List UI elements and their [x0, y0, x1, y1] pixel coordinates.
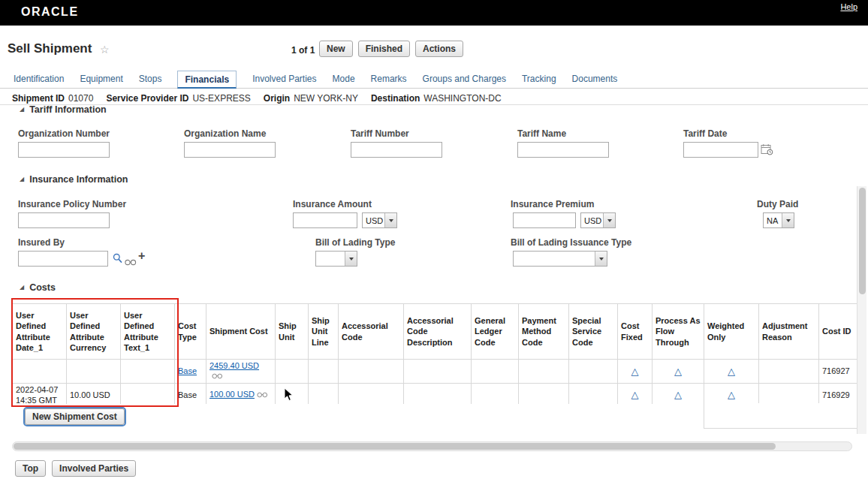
chevron-down-icon	[595, 252, 607, 266]
cell-uda-text	[121, 360, 175, 384]
top-button[interactable]: Top	[15, 460, 46, 477]
involved-parties-button[interactable]: Involved Parties	[52, 460, 136, 477]
shipment-cost-link[interactable]: 2459.40 USD	[209, 361, 259, 370]
tab-stops[interactable]: Stops	[139, 74, 162, 89]
cell-accessorial-code	[339, 384, 404, 404]
cell-uda-text	[121, 384, 175, 404]
cell-uda-currency: 10.00 USD	[67, 384, 121, 404]
cell-uda-date: 2022-04-07 14:35 GMT	[13, 384, 67, 404]
bol-type-select[interactable]	[315, 251, 357, 267]
chevron-down-icon	[384, 213, 396, 227]
tab-remarks[interactable]: Remarks	[371, 74, 407, 89]
tariff-date-input[interactable]	[683, 142, 758, 158]
cell-payment-method	[519, 384, 569, 404]
cell-cost-type: Base	[175, 360, 206, 384]
insurance-policy-number-label: Insurance Policy Number	[18, 199, 126, 209]
flag-triangle-icon: △	[674, 389, 682, 400]
selected-duty-paid: NA	[764, 216, 782, 225]
costs-section-header: ◢ Costs	[20, 282, 56, 293]
tab-tracking[interactable]: Tracking	[522, 74, 556, 89]
flag-triangle-icon: △	[631, 366, 639, 377]
insurance-amount-label: Insurance Amount	[293, 199, 372, 209]
tab-identification[interactable]: Identification	[14, 74, 64, 89]
tab-documents[interactable]: Documents	[572, 74, 618, 89]
cell-cost-type: Base	[175, 384, 206, 404]
bol-issuance-type-select[interactable]	[513, 251, 607, 267]
disclosure-triangle-icon[interactable]: ◢	[20, 107, 24, 113]
col-special-service: Special Service Code	[569, 304, 618, 360]
insurance-policy-number-input[interactable]	[18, 212, 110, 228]
cost-row: 2022-04-07 14:35 GMT 10.00 USD Base 100.…	[13, 384, 857, 404]
cell-cost-fixed: △	[618, 384, 653, 404]
insurance-premium-currency-select[interactable]: USD	[580, 212, 616, 228]
cost-type-link[interactable]: Base	[178, 366, 197, 375]
col-payment-method: Payment Method Code	[519, 304, 569, 360]
tab-financials[interactable]: Financials	[177, 71, 237, 89]
organization-name-input[interactable]	[184, 142, 276, 158]
finder-glasses-icon[interactable]	[212, 372, 223, 381]
col-flow-through: Process As Flow Through	[653, 304, 704, 360]
tariff-number-input[interactable]	[351, 142, 442, 158]
add-plus-icon[interactable]: +	[138, 250, 145, 262]
col-uda-text: User Defined Attribute Text_1	[121, 304, 175, 360]
tab-involved-parties[interactable]: Involved Parties	[252, 74, 316, 89]
new-shipment-cost-button[interactable]: New Shipment Cost	[25, 408, 125, 425]
col-accessorial-code: Accessorial Code	[339, 304, 404, 360]
cell-cost-id: 716927	[819, 360, 857, 384]
cell-cost-fixed: △	[618, 360, 653, 384]
insured-by-input[interactable]	[18, 251, 108, 267]
col-uda-date: User Defined Attribute Date_1	[13, 304, 67, 360]
tariff-name-input[interactable]	[517, 142, 609, 158]
finished-button[interactable]: Finished	[358, 41, 410, 57]
organization-number-input[interactable]	[18, 142, 110, 158]
app-window: ORACLE Help Sell Shipment ☆ 1 of 1 New F…	[0, 0, 868, 482]
tab-equipment[interactable]: Equipment	[80, 74, 122, 89]
col-shipment-cost: Shipment Cost	[206, 304, 276, 360]
costs-table-footer-area	[704, 403, 858, 429]
cell-accessorial-code	[339, 360, 404, 384]
footer-buttons: Top Involved Parties	[15, 460, 136, 477]
tab-mode[interactable]: Mode	[333, 74, 355, 89]
shipment-cost-link[interactable]: 100.00 USD	[209, 390, 255, 399]
col-ship-unit-line: Ship Unit Line	[309, 304, 339, 360]
date-picker-icon[interactable]	[761, 143, 773, 158]
destination-label: Destination	[371, 93, 420, 104]
costs-table-viewport: User Defined Attribute Date_1 User Defin…	[12, 303, 857, 404]
vertical-scrollbar-thumb[interactable]	[859, 188, 866, 294]
tab-groups-and-charges[interactable]: Groups and Charges	[423, 74, 506, 89]
horizontal-scrollbar-thumb[interactable]	[14, 443, 776, 450]
costs-table: User Defined Attribute Date_1 User Defin…	[12, 303, 857, 404]
help-link[interactable]: Help	[840, 2, 857, 11]
cell-weighted-only: △	[704, 360, 759, 384]
tariff-section-title: Tariff Information	[29, 104, 107, 115]
disclosure-triangle-icon[interactable]: ◢	[20, 285, 24, 291]
insurance-amount-input[interactable]	[293, 212, 357, 228]
col-accessorial-desc: Accessorial Code Description	[404, 304, 472, 360]
cell-gl-code	[472, 384, 519, 404]
favorite-star-icon[interactable]: ☆	[100, 44, 110, 56]
insurance-amount-currency-select[interactable]: USD	[362, 212, 397, 228]
actions-button[interactable]: Actions	[415, 41, 463, 57]
organization-number-label: Organization Number	[18, 128, 110, 139]
shipment-summary: Shipment ID01070 Service Provider IDUS-E…	[12, 93, 502, 104]
cell-payment-method	[519, 360, 569, 384]
cell-special-service	[569, 360, 618, 384]
disclosure-triangle-icon[interactable]: ◢	[20, 176, 24, 182]
duty-paid-select[interactable]: NA	[763, 212, 794, 228]
finder-glasses-icon[interactable]	[125, 255, 137, 269]
search-icon[interactable]	[113, 253, 122, 267]
cell-uda-date	[13, 360, 67, 384]
finder-glasses-icon[interactable]	[257, 390, 268, 399]
col-ship-unit: Ship Unit	[276, 304, 309, 360]
content-top-divider	[0, 104, 868, 105]
horizontal-scrollbar[interactable]	[12, 441, 852, 451]
tariff-name-label: Tariff Name	[517, 128, 566, 139]
insurance-premium-input[interactable]	[513, 212, 576, 228]
vertical-scrollbar[interactable]	[857, 186, 866, 434]
new-button[interactable]: New	[319, 41, 353, 57]
service-provider-value: US-EXPRESS	[192, 93, 250, 104]
cell-accessorial-desc	[404, 360, 472, 384]
cell-flow-through: △	[653, 360, 704, 384]
flag-triangle-icon: △	[728, 366, 735, 377]
origin-value: NEW YORK-NY	[294, 93, 358, 104]
